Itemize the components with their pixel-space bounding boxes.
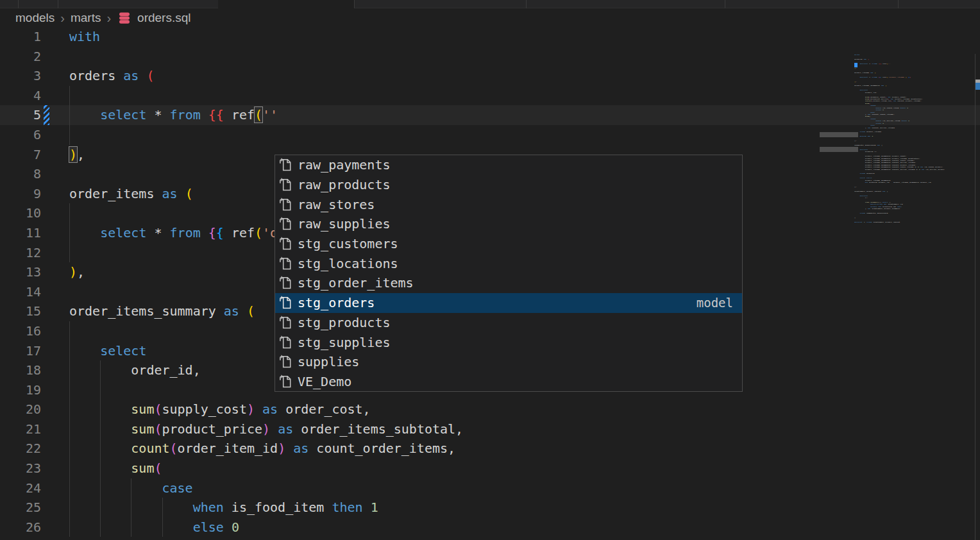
breadcrumb-item-file[interactable]: orders.sql xyxy=(137,11,190,25)
code-token xyxy=(239,303,247,319)
code-token xyxy=(69,500,193,515)
suggest-item[interactable]: stg_order_items xyxy=(275,273,742,293)
code-token xyxy=(224,107,232,122)
tab[interactable] xyxy=(526,0,527,8)
line-number: 24 xyxy=(0,478,41,498)
code-token: select xyxy=(100,225,146,240)
snippet-icon xyxy=(278,257,292,271)
code-text: sum( xyxy=(69,459,162,478)
tab[interactable] xyxy=(354,0,355,8)
suggest-item[interactable]: stg_customers xyxy=(275,234,742,254)
code-token: as xyxy=(162,186,178,201)
line-number: 26 xyxy=(0,518,41,537)
code-line[interactable]: 4 xyxy=(0,86,980,106)
tab[interactable] xyxy=(58,0,58,8)
code-token: orders xyxy=(69,68,123,83)
code-line[interactable]: 3orders as ( xyxy=(0,66,980,86)
indent-guide xyxy=(69,380,70,400)
code-token: sum xyxy=(131,460,154,476)
code-token: ref xyxy=(232,225,255,240)
code-token: ref xyxy=(232,107,255,122)
minimap-decoration xyxy=(820,132,858,137)
code-line[interactable]: 24 case xyxy=(0,478,980,498)
minimap-modified-marker xyxy=(854,63,858,67)
code-token: * xyxy=(146,225,169,240)
tab-active[interactable] xyxy=(218,0,354,8)
code-line[interactable]: 22 count(order_item_id) as count_order_i… xyxy=(0,439,980,459)
code-line[interactable]: 23 sum( xyxy=(0,459,980,478)
modified-marker xyxy=(976,83,980,90)
suggest-item[interactable]: stg_ordersmodel xyxy=(275,293,742,313)
code-line[interactable]: 25 when is_food_item then 1 xyxy=(0,498,980,518)
suggest-item[interactable]: raw_supplies xyxy=(275,214,742,234)
suggest-item[interactable]: supplies xyxy=(275,352,742,372)
line-number: 21 xyxy=(0,419,41,439)
line-number: 22 xyxy=(0,439,41,459)
tab-strip xyxy=(0,0,980,8)
tab[interactable] xyxy=(18,0,19,8)
suggest-item[interactable]: raw_products xyxy=(275,175,742,195)
suggest-item[interactable]: VE_Demo xyxy=(275,372,742,392)
suggest-item[interactable]: stg_supplies xyxy=(275,332,742,352)
code-token xyxy=(69,401,131,417)
code-token: sum xyxy=(131,421,154,437)
code-token xyxy=(255,401,262,417)
suggest-widget: raw_paymentsraw_productsraw_storesraw_su… xyxy=(275,155,743,392)
code-line[interactable]: 2 xyxy=(0,47,980,67)
code-token: order_item_id xyxy=(178,441,278,456)
line-number: 9 xyxy=(0,184,41,204)
line-number: 13 xyxy=(0,262,41,282)
suggest-item[interactable]: stg_locations xyxy=(275,253,742,273)
snippet-icon xyxy=(278,217,292,231)
code-line[interactable]: 21 sum(product_price) as order_items_sub… xyxy=(0,419,980,439)
code-token: count_order_items, xyxy=(308,441,455,456)
code-text: select xyxy=(69,341,146,361)
snippet-icon xyxy=(278,158,292,172)
line-number: 15 xyxy=(0,301,41,321)
code-token: ) xyxy=(69,147,77,162)
line-number: 11 xyxy=(0,223,41,243)
suggest-item[interactable]: stg_products xyxy=(275,313,742,333)
line-number: 4 xyxy=(0,86,41,106)
code-line[interactable]: 1with xyxy=(0,27,980,47)
suggest-item[interactable]: raw_stores xyxy=(275,194,742,214)
snippet-icon xyxy=(278,375,292,389)
code-token: product_price xyxy=(162,421,263,437)
code-token: ( xyxy=(255,225,262,240)
code-token xyxy=(201,225,208,240)
code-token: ) xyxy=(278,441,285,456)
breadcrumb-item-marts[interactable]: marts xyxy=(71,11,101,25)
minimap-decoration xyxy=(820,147,858,152)
code-token: 0 xyxy=(232,519,239,535)
code-token: ) xyxy=(247,401,255,417)
code-line[interactable]: 26 else 0 xyxy=(0,518,980,537)
code-token xyxy=(270,421,278,437)
line-number: 18 xyxy=(0,360,41,380)
breadcrumb-item-models[interactable]: models xyxy=(15,11,55,25)
overview-ruler[interactable] xyxy=(975,54,976,540)
tab[interactable] xyxy=(725,0,725,8)
code-token: order_items xyxy=(69,186,162,201)
code-token: ) xyxy=(262,421,270,437)
line-number: 14 xyxy=(0,282,41,302)
code-token: else xyxy=(193,519,224,535)
editor[interactable]: 1with23orders as (45 select * from {{ re… xyxy=(0,27,980,540)
code-token xyxy=(69,421,131,437)
code-line[interactable]: 5 select * from {{ ref('' xyxy=(0,105,980,125)
line-number: 1 xyxy=(0,27,41,47)
code-token xyxy=(178,186,185,201)
snippet-icon xyxy=(278,198,292,212)
code-text: ), xyxy=(69,262,85,282)
line-number: 25 xyxy=(0,498,41,518)
tab[interactable] xyxy=(898,0,899,8)
code-token xyxy=(69,460,131,476)
code-token: is_food_item xyxy=(224,500,332,515)
code-token: with xyxy=(69,29,100,44)
suggest-item[interactable]: raw_payments xyxy=(275,155,742,175)
code-token: '' xyxy=(262,107,278,122)
code-token: sum xyxy=(131,401,154,417)
minimap[interactable]: with orders as ( select * from {{ ref(''… xyxy=(854,54,974,240)
code-line[interactable]: 20 sum(supply_cost) as order_cost, xyxy=(0,400,980,419)
code-token: count xyxy=(131,441,169,456)
minimap-content: with orders as ( select * from {{ ref(''… xyxy=(854,54,966,223)
